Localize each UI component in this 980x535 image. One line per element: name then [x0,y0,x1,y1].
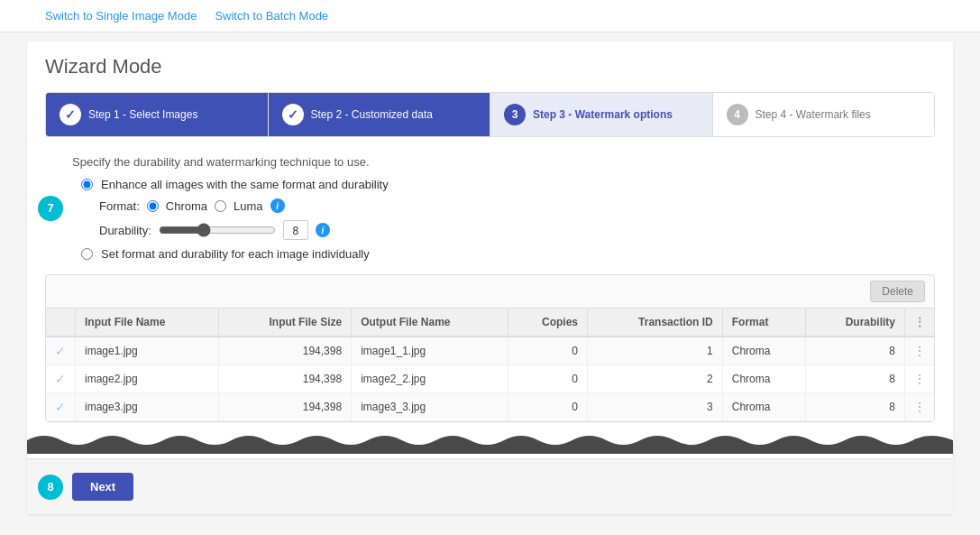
single-image-mode-link[interactable]: Switch to Single Image Mode [45,9,197,23]
row-durability: 8 [805,365,904,393]
row-format: Chroma [722,365,805,393]
row-copies: 0 [508,365,587,393]
section-8: 8 Next [72,473,935,501]
row-format: Chroma [722,393,805,421]
row-input-file: image2.jpg [76,365,219,393]
table-row[interactable]: ✓ image3.jpg 194,398 image3_3.jpg 0 3 Ch… [46,393,934,421]
files-table: Input File Name Input File Size Output F… [46,309,934,421]
step-4-icon: 4 [734,108,740,121]
step-2-icon: ✓ [288,107,298,122]
step-1-icon: ✓ [65,107,76,122]
radio-same-format-label: Enhance all images with the same format … [101,178,389,191]
row-check: ✓ [46,393,76,421]
col-transaction-id: Transaction ID [588,309,723,337]
format-luma-radio[interactable] [215,200,226,212]
section-7-badge: 7 [38,196,63,221]
row-more[interactable]: ⋮ [905,365,935,393]
table-container: Delete Input File Name Input File Size O… [45,274,935,422]
row-input-file: image3.jpg [76,393,219,421]
col-check [46,309,76,337]
wizard-step-1[interactable]: ✓ Step 1 - Select Images [46,93,269,136]
format-label: Format: [99,199,140,213]
row-durability: 8 [805,337,904,365]
durability-slider[interactable] [159,223,276,237]
section-8-badge: 8 [38,475,63,500]
top-navigation: Switch to Single Image Mode Switch to Ba… [0,0,980,32]
wavy-separator [27,427,953,454]
row-output-file: image1_1.jpg [352,337,508,365]
step-1-circle: ✓ [60,104,81,125]
step-4-circle: 4 [727,104,748,125]
col-input-file-name: Input File Name [76,309,219,337]
batch-mode-link[interactable]: Switch to Batch Mode [215,9,328,23]
page-title: Wizard Mode [45,55,935,78]
format-chroma-radio[interactable] [147,200,159,212]
row-output-file: image3_3.jpg [352,393,508,421]
step-4-label: Step 4 - Watermark files [756,108,871,121]
row-transaction-id: 2 [588,365,723,393]
row-copies: 0 [508,393,587,421]
col-durability: Durability [805,309,904,337]
table-row[interactable]: ✓ image2.jpg 194,398 image2_2.jpg 0 2 Ch… [46,365,934,393]
table-toolbar: Delete [46,275,934,309]
row-copies: 0 [508,337,587,365]
step-1-label: Step 1 - Select Images [88,108,197,121]
step-2-circle: ✓ [282,104,304,125]
wizard-step-4[interactable]: 4 Step 4 - Watermark files [713,93,935,136]
format-info-icon[interactable]: i [270,198,285,213]
col-input-file-size: Input File Size [219,309,352,337]
table-row[interactable]: ✓ image1.jpg 194,398 image1_1.jpg 0 1 Ch… [46,337,934,365]
durability-info-icon[interactable]: i [316,223,330,237]
radio-individual[interactable] [81,248,93,260]
next-button[interactable]: Next [72,473,133,501]
row-output-file: image2_2.jpg [352,365,508,393]
radio-individual-label: Set format and durability for each image… [101,247,370,261]
step-3-label: Step 3 - Watermark options [533,108,673,121]
row-durability: 8 [805,393,904,421]
bottom-section: 8 Next [27,458,953,514]
row-more[interactable]: ⋮ [905,337,935,365]
step-3-icon: 3 [512,108,518,121]
row-check: ✓ [46,365,76,393]
row-input-file: image1.jpg [76,337,219,365]
row-input-size: 194,398 [219,393,352,421]
col-format: Format [722,309,805,337]
delete-button[interactable]: Delete [870,281,925,302]
section-7-description: Specify the durability and watermarking … [72,155,935,169]
radio-individual-row: Set format and durability for each image… [81,247,935,261]
row-format: Chroma [722,337,805,365]
col-more: ⋮ [905,309,935,337]
col-copies: Copies [508,309,587,337]
radio-same-format[interactable] [81,179,93,190]
step-2-label: Step 2 - Customized data [311,108,433,121]
step-3-circle: 3 [504,104,526,125]
wizard-step-3[interactable]: 3 Step 3 - Watermark options [490,93,713,136]
row-transaction-id: 3 [588,393,723,421]
row-input-size: 194,398 [219,365,352,393]
row-transaction-id: 1 [588,337,723,365]
row-input-size: 194,398 [219,337,352,365]
radio-same-format-row: Enhance all images with the same format … [81,178,935,191]
durability-row: Durability: 8 i [99,220,935,240]
options-block: Enhance all images with the same format … [81,178,935,261]
row-check: ✓ [46,337,76,365]
section-7: 7 Specify the durability and watermarkin… [72,155,935,261]
wizard-step-2[interactable]: ✓ Step 2 - Customized data [269,93,491,136]
durability-value: 8 [283,220,308,240]
row-more[interactable]: ⋮ [905,393,935,421]
format-row: Format: Chroma Luma i [99,198,935,213]
main-container: Wizard Mode ✓ Step 1 - Select Images ✓ S… [27,42,953,514]
format-luma-label: Luma [234,199,263,213]
table-header-row: Input File Name Input File Size Output F… [46,309,934,337]
durability-label: Durability: [99,224,151,237]
format-chroma-label: Chroma [166,199,207,213]
wizard-steps: ✓ Step 1 - Select Images ✓ Step 2 - Cust… [45,92,935,137]
col-output-file-name: Output File Name [352,309,508,337]
